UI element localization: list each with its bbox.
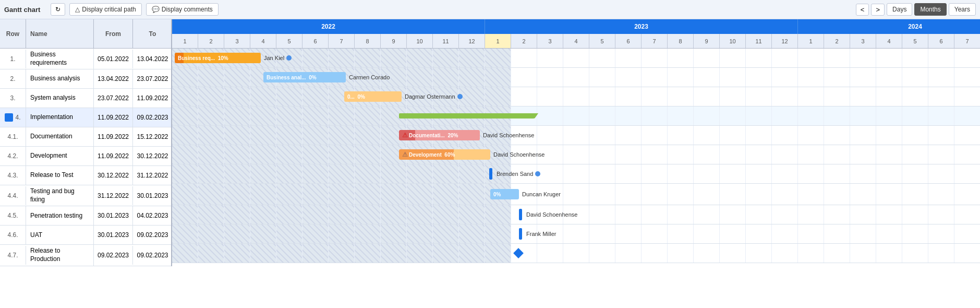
- gantt-cell: [746, 106, 772, 125]
- gantt-cell: [876, 49, 902, 67]
- gantt-bar-row1[interactable]: Business req... 10% Jan Kiel: [175, 53, 292, 63]
- gantt-bar-row44[interactable]: 0% Duncan Kruger: [490, 189, 561, 199]
- view-years-button[interactable]: Years: [949, 3, 976, 16]
- gantt-cell: [511, 87, 537, 106]
- cell-row-num: 3.: [0, 89, 26, 108]
- month-cell: 2: [511, 34, 537, 48]
- gantt-cell: [902, 49, 928, 67]
- milestone-row45[interactable]: David Schoenhense: [519, 209, 577, 220]
- gantt-cell: [850, 49, 876, 67]
- gantt-cell: [642, 68, 668, 87]
- gantt-cell: [876, 106, 902, 125]
- gantt-cell: [563, 68, 589, 87]
- gantt-bar[interactable]: ⚠ Documentati... 20%: [399, 130, 480, 140]
- month-cell: 7: [642, 34, 668, 48]
- nav-next-button[interactable]: >: [871, 4, 885, 16]
- gantt-bar-row41[interactable]: ⚠ Documentati... 20% David Schoenhense: [399, 130, 534, 140]
- gantt-bar-row3[interactable]: 0... 0% Dagmar Ostermann: [344, 91, 463, 102]
- expand-icon[interactable]: [5, 113, 13, 122]
- gantt-cell: [720, 106, 746, 125]
- col-header-from: From: [94, 19, 133, 48]
- gantt-cell: [772, 106, 798, 125]
- month-cell: 4: [876, 34, 902, 48]
- gantt-cell: [642, 106, 668, 125]
- milestone-bar: [489, 168, 492, 180]
- gantt-cell: [694, 106, 720, 125]
- gantt-bar-row2[interactable]: Business anal... 0% Carmen Corado: [263, 72, 390, 82]
- gantt-cell: [537, 49, 563, 67]
- cell-from: 31.12.2022: [94, 186, 133, 205]
- gantt-cell: [720, 49, 746, 67]
- table-row: 4.7. Release to Production 09.02.2023 09…: [0, 245, 171, 266]
- gantt-cell: [772, 87, 798, 106]
- summary-bar-row4[interactable]: [399, 113, 538, 119]
- gantt-cell: [720, 68, 746, 87]
- gantt-cell: [563, 87, 589, 106]
- bar-label: 0%: [493, 192, 501, 197]
- gantt-bar[interactable]: 0... 0%: [344, 91, 402, 102]
- milestone-row46[interactable]: Frank Miller: [519, 228, 556, 240]
- milestone-row43[interactable]: Brenden Sand: [489, 168, 540, 180]
- gantt-cell: [642, 49, 668, 67]
- cell-task-name: UAT: [26, 226, 94, 244]
- gantt-cell: [381, 49, 407, 67]
- gantt-cell: [276, 106, 303, 125]
- bar-label: Business anal... 0%: [267, 75, 317, 80]
- col-header-name: Name: [26, 19, 94, 48]
- gantt-cell: [407, 49, 433, 67]
- view-days-button[interactable]: Days: [887, 3, 912, 16]
- gantt-right-panel[interactable]: 2022 2023 2024 1 2 3 4 5 6 7 8: [172, 19, 980, 266]
- comment-indicator: [457, 94, 463, 99]
- gantt-cell: [615, 68, 642, 87]
- gantt-bar[interactable]: Business anal... 0%: [263, 72, 346, 82]
- month-cell: 12: [459, 34, 485, 48]
- month-cell: 6: [928, 34, 954, 48]
- comments-button[interactable]: 💬 Display comments: [146, 3, 219, 16]
- gantt-bar-row42[interactable]: ⚠ Development 60% David Schoenhense: [399, 149, 545, 160]
- gantt-cell: [824, 87, 850, 106]
- gantt-cell: [668, 106, 694, 125]
- table-row: 4. Implementation 11.09.2022 09.02.2023: [0, 108, 171, 127]
- cell-task-name: Business requirements: [26, 49, 94, 69]
- comments-label: Display comments: [162, 6, 213, 13]
- month-header-row: 1 2 3 4 5 6 7 8 9 10 11 12 1 2 3 4: [172, 34, 980, 49]
- year-header-row: 2022 2023 2024: [172, 19, 980, 34]
- gantt-cell: [746, 87, 772, 106]
- gantt-cell: [954, 106, 980, 125]
- gantt-wrapper: Gantt chart ↻ △ Display critical path 💬 …: [0, 0, 980, 266]
- diamond-milestone-row47[interactable]: [515, 250, 522, 257]
- gantt-bar[interactable]: ⚠ Development 60%: [399, 149, 490, 160]
- gantt-cell: [850, 68, 876, 87]
- gantt-cell: [355, 49, 381, 67]
- bar-assignee: Jan Kiel: [264, 55, 284, 61]
- cell-to: 31.12.2022: [133, 166, 172, 185]
- bar-label: 0... 0%: [347, 94, 365, 100]
- cell-to: 30.01.2023: [133, 186, 172, 205]
- gantt-body-row: 0% Duncan Kruger: [172, 184, 980, 205]
- gantt-cell: [485, 49, 511, 67]
- gantt-bar[interactable]: Business req... 10%: [175, 53, 261, 63]
- nav-prev-button[interactable]: <: [856, 4, 869, 16]
- gantt-bar[interactable]: 0%: [490, 189, 519, 199]
- month-cell: 12: [772, 34, 798, 48]
- refresh-button[interactable]: ↻: [51, 3, 65, 16]
- month-cell: 3: [224, 34, 250, 48]
- gantt-cell: [928, 49, 954, 67]
- gantt-cell: [772, 68, 798, 87]
- gantt-body-row: [172, 244, 980, 263]
- gantt-cell: [589, 106, 615, 125]
- gantt-body-row: [172, 106, 980, 126]
- gantt-cell: [694, 49, 720, 67]
- month-cell: 11: [746, 34, 772, 48]
- gantt-cell: [198, 87, 224, 106]
- gantt-cell: [303, 49, 329, 67]
- cell-from: 05.01.2022: [94, 50, 133, 68]
- gantt-cell: [407, 68, 433, 87]
- cell-to: 11.09.2022: [133, 89, 172, 108]
- critical-path-button[interactable]: △ Display critical path: [69, 3, 141, 16]
- table-row: 4.4. Testing and bug fixing 31.12.2022 3…: [0, 185, 171, 206]
- month-cell: 3: [850, 34, 876, 48]
- month-cell: 2: [824, 34, 850, 48]
- gantt-cell: [798, 49, 824, 67]
- view-months-button[interactable]: Months: [914, 3, 946, 16]
